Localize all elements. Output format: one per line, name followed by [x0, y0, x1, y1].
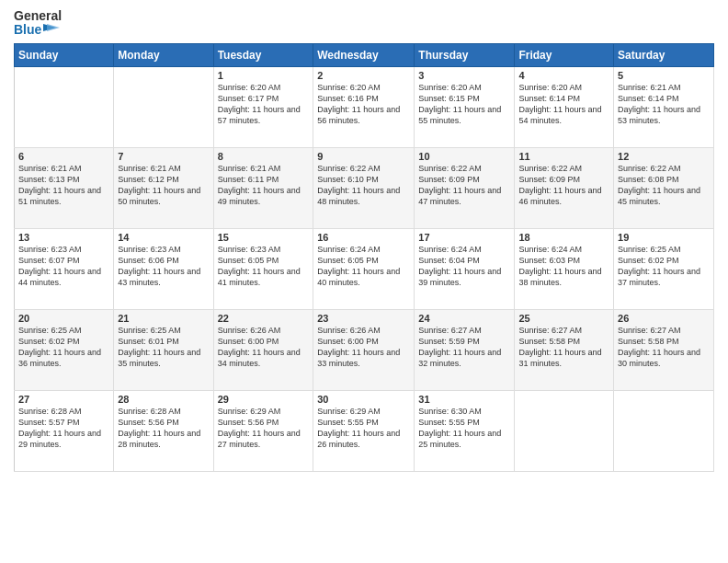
weekday-header-wednesday: Wednesday	[313, 43, 415, 66]
calendar-cell: 6Sunrise: 6:21 AMSunset: 6:13 PMDaylight…	[15, 147, 114, 228]
day-number: 21	[118, 313, 209, 324]
day-info: Sunrise: 6:27 AMSunset: 5:59 PMDaylight:…	[418, 325, 510, 370]
day-number: 15	[218, 232, 310, 243]
calendar-week-2: 6Sunrise: 6:21 AMSunset: 6:13 PMDaylight…	[15, 147, 714, 228]
calendar-table: SundayMondayTuesdayWednesdayThursdayFrid…	[14, 43, 714, 472]
calendar-cell: 2Sunrise: 6:20 AMSunset: 6:16 PMDaylight…	[313, 66, 415, 147]
day-number: 24	[418, 313, 510, 324]
day-number: 14	[118, 232, 209, 243]
day-info: Sunrise: 6:24 AMSunset: 6:04 PMDaylight:…	[418, 244, 510, 289]
day-number: 27	[18, 394, 109, 405]
calendar-cell: 12Sunrise: 6:22 AMSunset: 6:08 PMDayligh…	[614, 147, 714, 228]
day-info: Sunrise: 6:20 AMSunset: 6:15 PMDaylight:…	[418, 82, 510, 127]
logo-blue: Blue	[14, 23, 60, 37]
calendar-cell: 5Sunrise: 6:21 AMSunset: 6:14 PMDaylight…	[614, 66, 714, 147]
day-info: Sunrise: 6:29 AMSunset: 5:55 PMDaylight:…	[317, 406, 410, 451]
logo-general: General	[14, 9, 62, 23]
day-number: 4	[518, 70, 609, 81]
weekday-header-sunday: Sunday	[15, 43, 114, 66]
day-info: Sunrise: 6:20 AMSunset: 6:14 PMDaylight:…	[518, 82, 609, 127]
day-info: Sunrise: 6:21 AMSunset: 6:13 PMDaylight:…	[18, 163, 109, 208]
calendar-week-4: 20Sunrise: 6:25 AMSunset: 6:02 PMDayligh…	[15, 309, 714, 390]
day-number: 20	[18, 313, 109, 324]
weekday-header-monday: Monday	[114, 43, 213, 66]
weekday-header-tuesday: Tuesday	[213, 43, 313, 66]
calendar-cell: 25Sunrise: 6:27 AMSunset: 5:58 PMDayligh…	[515, 309, 614, 390]
day-info: Sunrise: 6:22 AMSunset: 6:08 PMDaylight:…	[618, 163, 710, 208]
calendar-cell: 22Sunrise: 6:26 AMSunset: 6:00 PMDayligh…	[213, 309, 313, 390]
day-number: 26	[618, 313, 710, 324]
day-number: 2	[317, 70, 410, 81]
day-number: 6	[18, 151, 109, 162]
calendar-cell: 1Sunrise: 6:20 AMSunset: 6:17 PMDaylight…	[213, 66, 313, 147]
calendar-cell: 14Sunrise: 6:23 AMSunset: 6:06 PMDayligh…	[114, 228, 213, 309]
day-info: Sunrise: 6:26 AMSunset: 6:00 PMDaylight:…	[218, 325, 310, 370]
day-info: Sunrise: 6:23 AMSunset: 6:07 PMDaylight:…	[18, 244, 109, 289]
day-info: Sunrise: 6:21 AMSunset: 6:12 PMDaylight:…	[118, 163, 209, 208]
logo-text: General Blue	[14, 9, 62, 38]
calendar-cell	[114, 66, 213, 147]
day-number: 25	[518, 313, 609, 324]
calendar-cell: 27Sunrise: 6:28 AMSunset: 5:57 PMDayligh…	[15, 390, 114, 471]
day-number: 11	[518, 151, 609, 162]
calendar-cell: 9Sunrise: 6:22 AMSunset: 6:10 PMDaylight…	[313, 147, 415, 228]
calendar-cell: 18Sunrise: 6:24 AMSunset: 6:03 PMDayligh…	[515, 228, 614, 309]
weekday-header-friday: Friday	[515, 43, 614, 66]
day-number: 28	[118, 394, 209, 405]
calendar-cell: 28Sunrise: 6:28 AMSunset: 5:56 PMDayligh…	[114, 390, 213, 471]
day-info: Sunrise: 6:20 AMSunset: 6:17 PMDaylight:…	[218, 82, 310, 127]
day-info: Sunrise: 6:28 AMSunset: 5:56 PMDaylight:…	[118, 406, 209, 451]
day-number: 10	[418, 151, 510, 162]
calendar-cell: 20Sunrise: 6:25 AMSunset: 6:02 PMDayligh…	[15, 309, 114, 390]
logo-flag-icon	[43, 24, 60, 37]
day-number: 17	[418, 232, 510, 243]
calendar-cell	[515, 390, 614, 471]
calendar-cell: 30Sunrise: 6:29 AMSunset: 5:55 PMDayligh…	[313, 390, 415, 471]
calendar-cell: 24Sunrise: 6:27 AMSunset: 5:59 PMDayligh…	[415, 309, 515, 390]
day-number: 31	[418, 394, 510, 405]
day-info: Sunrise: 6:27 AMSunset: 5:58 PMDaylight:…	[518, 325, 609, 370]
day-number: 13	[18, 232, 109, 243]
calendar-cell: 23Sunrise: 6:26 AMSunset: 6:00 PMDayligh…	[313, 309, 415, 390]
day-info: Sunrise: 6:24 AMSunset: 6:05 PMDaylight:…	[317, 244, 410, 289]
day-info: Sunrise: 6:23 AMSunset: 6:06 PMDaylight:…	[118, 244, 209, 289]
calendar-cell: 17Sunrise: 6:24 AMSunset: 6:04 PMDayligh…	[415, 228, 515, 309]
calendar-cell: 21Sunrise: 6:25 AMSunset: 6:01 PMDayligh…	[114, 309, 213, 390]
calendar-cell: 4Sunrise: 6:20 AMSunset: 6:14 PMDaylight…	[515, 66, 614, 147]
svg-marker-1	[47, 24, 60, 31]
day-info: Sunrise: 6:29 AMSunset: 5:56 PMDaylight:…	[218, 406, 310, 451]
day-number: 8	[218, 151, 310, 162]
calendar-cell: 3Sunrise: 6:20 AMSunset: 6:15 PMDaylight…	[415, 66, 515, 147]
day-number: 30	[317, 394, 410, 405]
day-number: 9	[317, 151, 410, 162]
day-info: Sunrise: 6:30 AMSunset: 5:55 PMDaylight:…	[418, 406, 510, 451]
day-info: Sunrise: 6:21 AMSunset: 6:11 PMDaylight:…	[218, 163, 310, 208]
day-info: Sunrise: 6:27 AMSunset: 5:58 PMDaylight:…	[618, 325, 710, 370]
day-number: 19	[618, 232, 710, 243]
day-info: Sunrise: 6:25 AMSunset: 6:02 PMDaylight:…	[618, 244, 710, 289]
weekday-header-row: SundayMondayTuesdayWednesdayThursdayFrid…	[15, 43, 714, 66]
day-number: 7	[118, 151, 209, 162]
day-info: Sunrise: 6:26 AMSunset: 6:00 PMDaylight:…	[317, 325, 410, 370]
day-number: 23	[317, 313, 410, 324]
calendar-cell: 19Sunrise: 6:25 AMSunset: 6:02 PMDayligh…	[614, 228, 714, 309]
calendar-cell: 16Sunrise: 6:24 AMSunset: 6:05 PMDayligh…	[313, 228, 415, 309]
weekday-header-saturday: Saturday	[614, 43, 714, 66]
day-info: Sunrise: 6:25 AMSunset: 6:01 PMDaylight:…	[118, 325, 209, 370]
page: General Blue SundayMondayTuesdayWednesda…	[0, 0, 728, 563]
day-number: 29	[218, 394, 310, 405]
day-number: 18	[518, 232, 609, 243]
calendar-cell: 31Sunrise: 6:30 AMSunset: 5:55 PMDayligh…	[415, 390, 515, 471]
day-info: Sunrise: 6:20 AMSunset: 6:16 PMDaylight:…	[317, 82, 410, 127]
calendar-cell	[15, 66, 114, 147]
day-info: Sunrise: 6:22 AMSunset: 6:09 PMDaylight:…	[418, 163, 510, 208]
day-number: 5	[618, 70, 710, 81]
calendar-cell: 11Sunrise: 6:22 AMSunset: 6:09 PMDayligh…	[515, 147, 614, 228]
day-number: 1	[218, 70, 310, 81]
day-info: Sunrise: 6:23 AMSunset: 6:05 PMDaylight:…	[218, 244, 310, 289]
calendar-cell	[614, 390, 714, 471]
day-number: 22	[218, 313, 310, 324]
calendar-cell: 10Sunrise: 6:22 AMSunset: 6:09 PMDayligh…	[415, 147, 515, 228]
calendar-week-1: 1Sunrise: 6:20 AMSunset: 6:17 PMDaylight…	[15, 66, 714, 147]
header: General Blue	[14, 9, 714, 38]
